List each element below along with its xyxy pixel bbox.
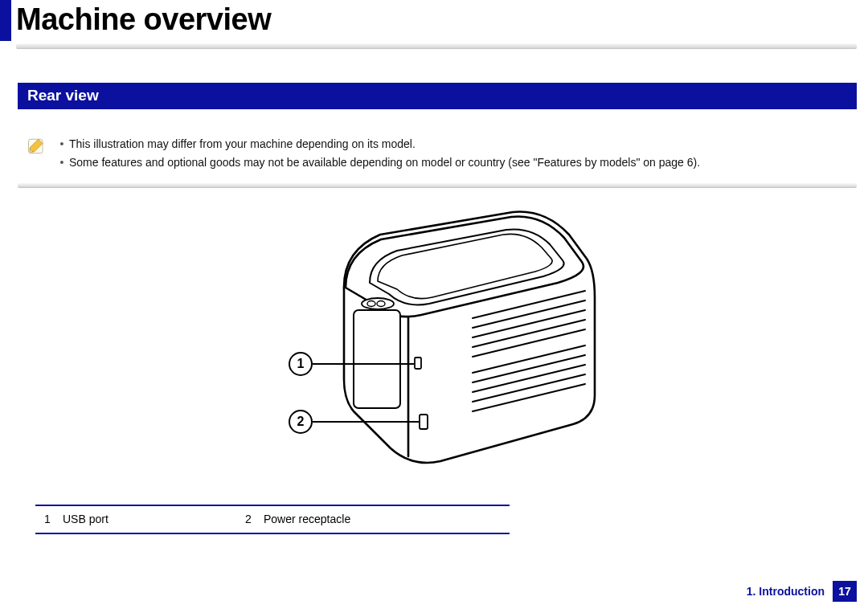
- callout-line-2: [313, 421, 419, 423]
- svg-rect-9: [420, 415, 428, 429]
- note-block: • This illustration may differ from your…: [26, 135, 857, 172]
- parts-table: 1 USB port 2 Power receptacle: [35, 505, 510, 534]
- bullet-icon: •: [55, 135, 69, 153]
- printer-rear-svg: [135, 202, 739, 484]
- section-heading: Rear view: [18, 83, 857, 109]
- callout-badge-1: 1: [289, 352, 313, 376]
- svg-rect-8: [415, 358, 421, 369]
- note-pencil-icon: [26, 135, 55, 161]
- title-divider: [16, 43, 857, 49]
- page-title: Machine overview: [11, 0, 271, 41]
- note-divider: [18, 183, 857, 188]
- table-row: 1 USB port 2 Power receptacle: [35, 506, 510, 533]
- part-label: Power receptacle: [260, 511, 350, 528]
- footer-page-number: 17: [833, 581, 857, 602]
- bullet-icon: •: [55, 153, 69, 172]
- callout-line-1: [313, 363, 414, 365]
- page-title-bar: Machine overview: [0, 0, 868, 41]
- note-item: • This illustration may differ from your…: [55, 135, 700, 153]
- part-number: 2: [236, 511, 260, 528]
- note-text: Some features and optional goods may not…: [69, 153, 700, 172]
- note-item: • Some features and optional goods may n…: [55, 153, 700, 172]
- note-text: This illustration may differ from your m…: [69, 135, 416, 153]
- svg-rect-4: [354, 310, 400, 408]
- note-list: • This illustration may differ from your…: [55, 135, 700, 172]
- svg-point-6: [367, 300, 375, 306]
- part-label: USB port: [59, 511, 108, 528]
- rear-view-diagram: 1 2: [135, 202, 739, 484]
- page-footer: 1. Introduction 17: [747, 581, 857, 602]
- manual-page: Machine overview Rear view • This illust…: [0, 0, 868, 613]
- part-number: 1: [35, 511, 59, 528]
- callout-badge-2: 2: [289, 410, 313, 434]
- section-rear-view: Rear view • This illustration may differ…: [18, 83, 857, 534]
- footer-chapter: 1. Introduction: [747, 585, 825, 598]
- title-accent: [0, 0, 11, 41]
- svg-point-7: [377, 300, 385, 306]
